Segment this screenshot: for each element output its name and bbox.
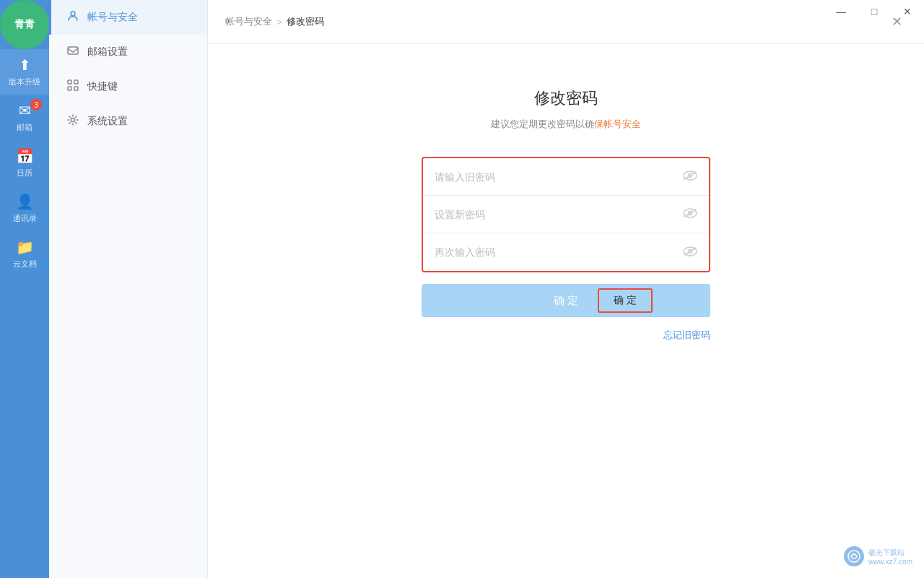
cloud-label: 云文档 [13,259,37,269]
breadcrumb-current: 修改密码 [287,15,324,28]
forgot-password-link[interactable]: 忘记旧密码 [422,329,710,342]
subtitle-normal: 建议您定期更改密码以确 [491,118,594,129]
minimize-button[interactable]: — [824,0,858,23]
sidebar-item-calendar[interactable]: 📅 日历 [0,140,49,186]
breadcrumb-separator: > [276,17,282,27]
svg-rect-5 [74,87,78,90]
mail-badge: 3 [30,99,42,111]
sidebar-item-cloud[interactable]: 📁 云文档 [0,231,49,277]
sidebar-item-upgrade[interactable]: ⬆ 版本升级 [0,49,49,95]
upgrade-label: 版本升级 [9,77,40,87]
svg-line-15 [684,248,696,255]
sidebar-item-mailbox[interactable]: 邮箱设置 [49,35,207,69]
new-password-field [423,196,709,233]
new-password-input[interactable] [435,209,683,220]
mail-icon: ✉ [19,102,31,119]
mailbox-icon [66,45,80,59]
account-security-label: 帐号与安全 [87,11,138,24]
svg-rect-4 [68,87,71,90]
sidebar-item-contacts[interactable]: 👤 通讯录 [0,186,49,231]
window-controls: — □ ✕ [824,0,924,23]
upgrade-icon: ⬆ [19,56,31,74]
confirm-button[interactable]: 确 定 确 定 [422,284,710,317]
mailbox-settings-label: 邮箱设置 [87,46,128,59]
watermark: 极光下载站 www.xz7.com [844,546,912,566]
contacts-label: 通讯录 [13,213,37,224]
subtitle-highlight: 保帐号安全 [594,118,641,129]
confirm-button-inner-box: 确 定 [598,288,653,313]
shortcuts-label: 快捷键 [87,80,118,93]
sidebar: 帐号与安全 邮箱设置 快捷键 系统设置 [49,0,208,578]
confirm-password-field [423,233,709,271]
close-window-button[interactable]: ✕ [891,0,924,23]
svg-point-0 [71,12,75,16]
system-icon [66,114,80,129]
logo-text: 青青 [14,18,35,31]
calendar-label: 日历 [17,168,32,178]
watermark-site: 极光下载站 [868,548,912,558]
svg-line-12 [684,210,696,217]
sidebar-item-mail[interactable]: ✉ 邮箱 3 [0,95,49,140]
confirm-password-eye-icon[interactable] [683,246,697,259]
icon-bar: 青青 ⬆ 版本升级 ✉ 邮箱 3 📅 日历 👤 通讯录 📁 云文档 [0,0,49,578]
page-title: 修改密码 [534,87,598,109]
system-settings-label: 系统设置 [87,115,128,128]
watermark-url: www.xz7.com [868,558,912,566]
shortcuts-icon [66,79,80,94]
sidebar-item-shortcuts[interactable]: 快捷键 [49,69,207,104]
svg-rect-2 [68,80,71,84]
svg-line-9 [684,172,696,179]
confirm-button-text: 确 定 [554,294,578,308]
maximize-button[interactable]: □ [858,0,891,23]
svg-rect-1 [68,47,78,54]
calendar-icon: 📅 [16,147,34,165]
svg-rect-3 [74,80,78,84]
old-password-eye-icon[interactable] [683,171,697,183]
password-form [422,157,710,272]
new-password-eye-icon[interactable] [683,208,697,220]
svg-point-6 [71,118,75,122]
old-password-field [423,158,709,196]
app-logo[interactable]: 青青 [0,0,49,49]
content-header: 帐号与安全 > 修改密码 ✕ [208,0,924,44]
confirm-password-input[interactable] [435,246,683,258]
watermark-logo [844,546,864,566]
mail-label: 邮箱 [17,122,32,133]
sidebar-item-account-security[interactable]: 帐号与安全 [49,0,207,35]
old-password-input[interactable] [435,171,683,183]
account-icon [66,10,80,25]
svg-point-16 [848,551,860,562]
cloud-icon: 📁 [16,238,34,256]
sidebar-item-system[interactable]: 系统设置 [49,104,207,139]
watermark-text: 极光下载站 www.xz7.com [868,548,912,566]
contacts-icon: 👤 [16,193,34,210]
main-content: — □ ✕ 帐号与安全 > 修改密码 ✕ 修改密码 建议您定期更改密码以确保帐号… [208,0,924,578]
breadcrumb-parent[interactable]: 帐号与安全 [225,15,272,28]
page-body: 修改密码 建议您定期更改密码以确保帐号安全 [208,44,924,578]
page-subtitle: 建议您定期更改密码以确保帐号安全 [491,118,641,131]
breadcrumb: 帐号与安全 > 修改密码 [225,15,324,28]
